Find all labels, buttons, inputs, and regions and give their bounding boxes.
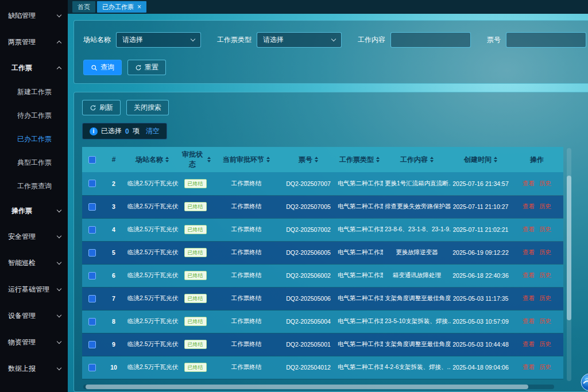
horizontal-scrollbar-thumb[interactable] [86,385,528,389]
sidebar-item-3[interactable]: 新建工作票 [0,80,68,104]
station-name-label: 场站名称 [83,35,111,45]
table-row: 2临洮2.5万千瓦光伏电...已终结工作票终结DQ2-202507007电气第二… [82,172,563,195]
sidebar-item-4[interactable]: 待办工作票 [0,104,68,127]
cell-station: 临洮2.5万千瓦光伏电... [126,172,179,195]
row-checkbox[interactable] [88,249,96,257]
cell-created: 2025-07-16 21:34:57 [451,172,510,195]
view-link[interactable]: 查看 [523,340,535,347]
status-badge: 已终结 [184,248,207,257]
cell-station: 临洮2.5万千瓦光伏电... [126,356,179,379]
table-row: 9临洮2.5万千瓦光伏电...已终结工作票终结DQ2-202505001电气第二… [82,333,563,356]
column-header[interactable]: 当前审批环节 [212,147,281,172]
sidebar-item-12[interactable]: 设备管理 [0,302,68,329]
station-name-field: 场站名称 请选择 [83,32,201,48]
history-link[interactable]: 历史 [539,180,551,187]
column-header[interactable]: 票号 [281,147,336,172]
refresh-button[interactable]: 刷新 [82,100,121,115]
column-header[interactable]: 工作内容 [383,147,451,172]
history-link[interactable]: 历史 [539,317,551,324]
sort-icon[interactable] [315,157,318,162]
sidebar-item-9[interactable]: 安全管理 [0,223,68,250]
row-checkbox[interactable] [88,180,96,187]
row-checkbox[interactable] [88,364,96,371]
station-name-select[interactable]: 请选择 [116,32,201,48]
sidebar-item-6[interactable]: 典型工作票 [0,151,68,174]
sidebar-item-0[interactable]: 缺陷管理 [0,2,68,29]
sidebar-item-8[interactable]: 操作票 [0,198,68,223]
work-ticket-table: #场站名称审批状态当前审批环节票号工作票类型工作内容创建时间操作 2临洮2.5万… [82,147,563,379]
horizontal-scrollbar[interactable] [83,385,554,389]
sidebar-item-5[interactable]: 已办工作票 [0,127,68,151]
history-link[interactable]: 历史 [539,203,551,209]
row-checkbox[interactable] [88,295,96,302]
sort-icon[interactable] [494,157,497,162]
close-search-button[interactable]: 关闭搜索 [126,100,169,115]
view-link[interactable]: 查看 [523,203,535,209]
history-link[interactable]: 历史 [539,340,551,347]
reset-button[interactable]: 重置 [127,60,166,75]
sidebar-item-2[interactable]: 工作票 [0,55,68,80]
row-checkbox[interactable] [88,272,96,280]
table-row: 5临洮2.5万千瓦光伏电...已终结工作票终结DQ2-202506005电气第二… [82,241,563,264]
history-link[interactable]: 历史 [539,271,551,278]
view-link[interactable]: 查看 [523,294,535,301]
sidebar-item-14[interactable]: 数据上报 [0,355,68,382]
ticket-number-input[interactable] [506,32,586,48]
sidebar-item-label: 设备管理 [8,311,36,321]
main-area: 首页已办工作票× 场站名称 请选择 工作票类型 请选择 [68,0,588,392]
view-link[interactable]: 查看 [523,271,535,278]
sort-icon[interactable] [165,157,169,162]
clear-selection-link[interactable]: 清空 [146,126,160,136]
view-link[interactable]: 查看 [523,363,535,370]
column-header[interactable]: 场站名称 [126,147,179,172]
column-header[interactable]: 工作票类型 [336,147,383,172]
history-link[interactable]: 历史 [539,226,551,232]
cell-type: 电气第二种工作票 [336,356,383,379]
cell-index: 2 [102,172,126,195]
cell-index: 5 [102,241,126,264]
view-link[interactable]: 查看 [523,226,535,232]
tab-0[interactable]: 首页 [72,1,95,13]
selection-suffix: 项 [133,126,140,136]
cell-created: 2025-05-03 10:44:48 [451,333,510,356]
sort-icon[interactable] [376,157,380,162]
chevron-down-icon [57,365,61,370]
view-link[interactable]: 查看 [523,317,535,324]
cell-index: 8 [102,310,126,333]
select-all-checkbox[interactable] [88,156,96,164]
row-checkbox[interactable] [88,203,96,211]
sort-icon[interactable] [430,157,434,162]
vertical-scrollbar[interactable] [567,148,571,381]
tab-1[interactable]: 已办工作票× [97,1,146,13]
close-tab-icon[interactable]: × [137,3,141,10]
column-header[interactable]: 创建时间 [451,147,510,172]
sidebar-item-11[interactable]: 运行基础管理 [0,276,68,302]
sort-icon[interactable] [207,157,211,162]
chevron-down-icon [57,286,61,290]
query-button[interactable]: 查询 [83,60,122,75]
row-checkbox[interactable] [88,341,96,348]
sidebar-item-1[interactable]: 两票管理 [0,29,68,55]
history-link[interactable]: 历史 [539,294,551,301]
vertical-scrollbar-thumb[interactable] [567,176,571,320]
table-row: 8临洮2.5万千瓦光伏电...已终结工作票终结DQ2-202505004电气第二… [82,310,563,333]
status-badge: 已终结 [184,202,207,211]
sidebar-item-10[interactable]: 智能巡检 [0,250,68,276]
sidebar-item-7[interactable]: 工作票查询 [0,174,68,198]
globe-logo[interactable] [580,372,588,392]
column-header[interactable]: 审批状态 [179,147,212,172]
sidebar-item-13[interactable]: 物资管理 [0,329,68,355]
row-checkbox[interactable] [88,226,96,234]
history-link[interactable]: 历史 [539,249,551,255]
view-link[interactable]: 查看 [523,249,535,255]
tab-label: 已办工作票 [102,3,134,11]
column-header-label: 工作票类型 [339,155,374,165]
work-content-input[interactable] [390,32,471,48]
sort-icon[interactable] [266,157,270,162]
cell-content: 支架角度调整至最佳角度 [383,287,451,310]
status-badge: 已终结 [184,225,207,234]
history-link[interactable]: 历史 [539,363,551,370]
row-checkbox[interactable] [88,318,96,325]
ticket-type-select[interactable]: 请选择 [257,32,342,48]
view-link[interactable]: 查看 [523,180,535,187]
